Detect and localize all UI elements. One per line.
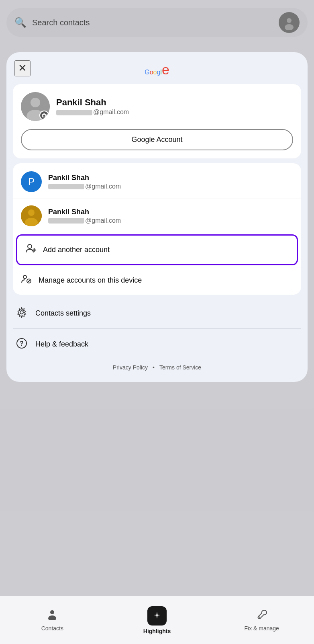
footer-separator: • [153, 364, 155, 371]
nav-item-fix-manage[interactable]: Fix & manage [209, 609, 314, 632]
email-blur-1 [48, 184, 84, 189]
google-logo: Google [145, 62, 169, 78]
primary-account-email: @gmail.com [56, 109, 129, 116]
fix-manage-nav-label: Fix & manage [244, 625, 279, 632]
account-details-1: Pankil Shah @gmail.com [48, 174, 121, 190]
add-account-icon [25, 243, 37, 257]
svg-point-7 [43, 115, 45, 117]
contacts-settings-label: Contacts settings [35, 309, 91, 318]
bottom-nav: Contacts Highlights Fix & manage [0, 596, 314, 644]
svg-text:?: ? [20, 340, 24, 347]
nav-item-highlights[interactable]: Highlights [105, 606, 210, 634]
svg-rect-8 [43, 113, 45, 115]
sparkle-icon [152, 611, 162, 621]
manage-accounts-icon [21, 274, 32, 287]
account-avatar-2 [21, 205, 42, 226]
svg-point-15 [23, 275, 27, 279]
highlights-nav-label: Highlights [143, 628, 171, 634]
google-account-button[interactable]: Google Account [21, 129, 293, 150]
settings-section: Contacts settings ? Help & feedback [13, 299, 301, 358]
privacy-policy-link[interactable]: Privacy Policy [113, 364, 148, 371]
account-avatar-photo-2 [21, 205, 42, 226]
person-add-icon [25, 243, 37, 254]
footer-links: Privacy Policy • Terms of Service [6, 358, 308, 372]
primary-avatar[interactable] [21, 92, 50, 121]
email-blur [56, 110, 92, 115]
gear-icon [16, 307, 27, 318]
account-details-2: Pankil Shah @gmail.com [48, 208, 121, 224]
account-name-2: Pankil Shah [48, 208, 121, 216]
divider-1 [13, 328, 301, 329]
wrench-icon [256, 609, 267, 620]
add-account-label: Add another account [43, 246, 110, 254]
help-feedback-label: Help & feedback [35, 340, 88, 349]
account-email-2: @gmail.com [48, 217, 121, 224]
primary-account-card: Pankil Shah @gmail.com Google Account [13, 84, 301, 158]
svg-point-4 [31, 98, 40, 107]
terms-of-service-link[interactable]: Terms of Service [159, 364, 201, 371]
svg-point-21 [48, 615, 56, 620]
close-button[interactable]: ✕ [14, 60, 31, 76]
account-row-1[interactable]: P Pankil Shah @gmail.com [13, 165, 301, 199]
question-circle-icon: ? [16, 338, 27, 349]
modal-header: ✕ Google [6, 52, 308, 84]
account-switcher-modal: ✕ Google P [6, 52, 308, 382]
accounts-list-card: P Pankil Shah @gmail.com Pankil Shah [13, 163, 301, 295]
account-avatar-1: P [21, 171, 42, 192]
account-email-1: @gmail.com [48, 183, 121, 190]
svg-point-12 [28, 244, 32, 248]
manage-icon [21, 274, 32, 285]
contacts-settings-row[interactable]: Contacts settings [13, 299, 301, 327]
nav-item-contacts[interactable]: Contacts [0, 609, 105, 632]
camera-icon [42, 113, 47, 117]
logo-o1: o [150, 69, 153, 76]
highlights-nav-icon [147, 606, 167, 626]
account-row-2[interactable]: Pankil Shah @gmail.com [13, 199, 301, 233]
svg-point-20 [50, 610, 54, 614]
svg-point-11 [25, 218, 38, 226]
fix-manage-nav-icon [256, 609, 267, 623]
contacts-nav-icon [47, 609, 58, 623]
svg-point-22 [259, 617, 260, 618]
add-account-row[interactable]: Add another account [16, 234, 298, 265]
logo-e: e [162, 62, 169, 77]
svg-point-17 [20, 311, 23, 314]
person-icon [47, 609, 58, 620]
primary-account-details: Pankil Shah @gmail.com [56, 97, 129, 116]
contacts-nav-label: Contacts [41, 625, 63, 632]
manage-accounts-row[interactable]: Manage accounts on this device [13, 267, 301, 293]
settings-icon [16, 307, 27, 320]
svg-point-10 [28, 209, 35, 216]
email-blur-2 [48, 218, 84, 224]
manage-accounts-label: Manage accounts on this device [39, 276, 142, 285]
logo-G: G [145, 69, 149, 76]
camera-badge [39, 111, 49, 120]
account-name-1: Pankil Shah [48, 174, 121, 182]
primary-account-name: Pankil Shah [56, 97, 129, 108]
help-feedback-row[interactable]: ? Help & feedback [13, 330, 301, 358]
logo-g: g [157, 69, 160, 76]
primary-account-info: Pankil Shah @gmail.com [21, 92, 293, 121]
help-icon: ? [16, 338, 27, 351]
